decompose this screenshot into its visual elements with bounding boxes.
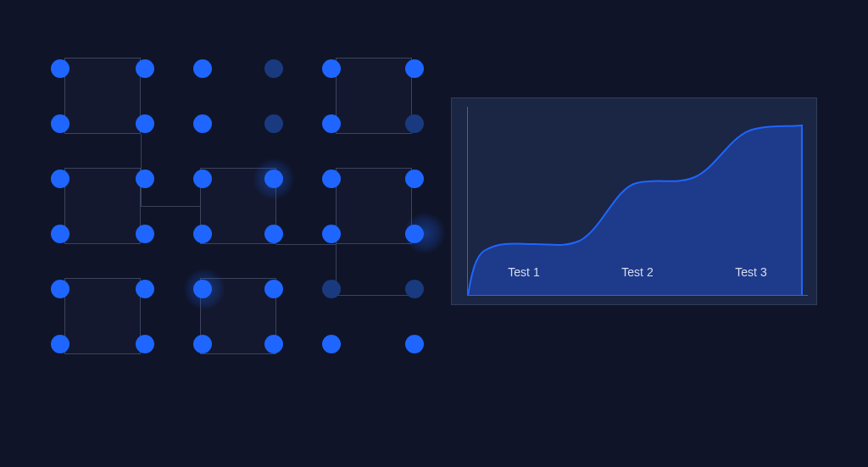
node-box — [64, 58, 141, 134]
node-dot — [264, 170, 283, 188]
node-dot — [136, 114, 154, 133]
node-box — [64, 168, 141, 244]
node-dot — [51, 225, 70, 243]
node-box — [336, 168, 412, 244]
node-dot — [51, 280, 70, 298]
node-dot — [405, 170, 424, 188]
node-box — [336, 58, 412, 134]
node-dot — [193, 280, 212, 298]
node-dot — [136, 59, 154, 78]
node-dot — [51, 59, 70, 78]
node-dot — [136, 335, 154, 353]
node-dot-dim — [405, 114, 424, 133]
chart-label-1: Test 1 — [467, 265, 581, 279]
node-dot — [322, 114, 341, 133]
node-dot — [51, 170, 70, 188]
test-results-chart: Test 1 Test 2 Test 3 — [451, 97, 817, 305]
node-dot — [322, 335, 341, 353]
node-dot — [193, 59, 212, 78]
node-dot — [322, 59, 341, 78]
node-dot — [136, 225, 154, 243]
chart-x-labels: Test 1 Test 2 Test 3 — [467, 265, 808, 279]
node-dot — [405, 59, 424, 78]
node-dot — [193, 170, 212, 188]
connector — [141, 206, 200, 207]
connector — [276, 244, 336, 245]
node-dot — [136, 280, 154, 298]
network-diagram — [51, 59, 441, 381]
node-dot-dim — [264, 59, 283, 78]
node-dot — [51, 335, 70, 353]
node-dot — [405, 225, 424, 243]
node-dot — [264, 335, 283, 353]
node-dot — [264, 225, 283, 243]
node-dot — [322, 225, 341, 243]
node-dot — [322, 170, 341, 188]
node-dot-dim — [322, 280, 341, 298]
node-dot — [405, 335, 424, 353]
node-box — [64, 278, 141, 354]
node-dot-dim — [405, 280, 424, 298]
node-dot — [193, 114, 212, 133]
node-dot — [136, 170, 154, 188]
node-dot — [51, 114, 70, 133]
chart-label-3: Test 3 — [694, 265, 808, 279]
node-dot-dim — [264, 114, 283, 133]
chart-label-2: Test 2 — [581, 265, 694, 279]
node-dot — [193, 225, 212, 243]
node-dot — [193, 335, 212, 353]
node-dot — [264, 280, 283, 298]
